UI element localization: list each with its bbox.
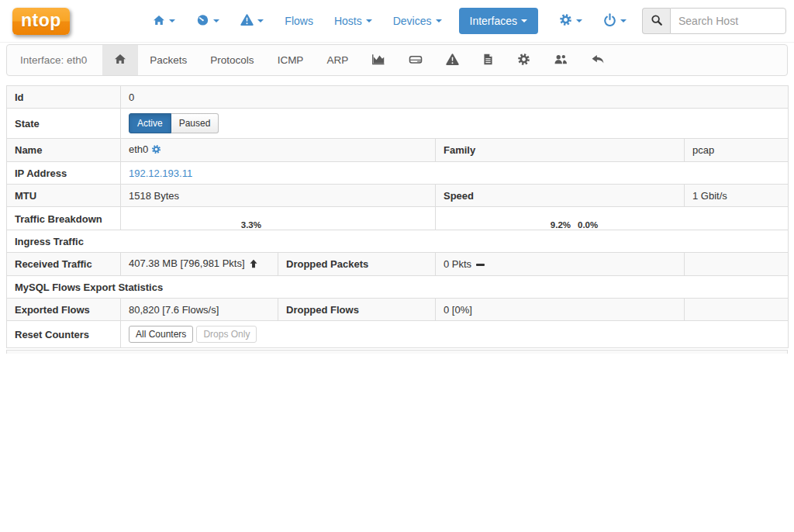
received-traffic-label: Received Traffic <box>7 253 121 276</box>
table-row: Received Traffic 407.38 MB [796,981 Pkts… <box>7 253 789 276</box>
mtu-value: 1518 Bytes <box>121 185 436 207</box>
id-value: 0 <box>121 86 789 109</box>
table-row: State Active Paused <box>7 109 789 139</box>
tab-arp-label: ARP <box>326 54 348 66</box>
caret-down-icon <box>257 19 264 22</box>
caret-down-icon <box>576 19 582 22</box>
state-paused-button[interactable]: Paused <box>171 113 219 133</box>
traffic-breakdown-label: Traffic Breakdown <box>7 207 121 230</box>
tab-icmp-label: ICMP <box>278 54 304 66</box>
tab-charts[interactable] <box>360 45 397 75</box>
table-row: Exported Flows 80,820 [7.6 Flows/s] Drop… <box>7 299 789 321</box>
pie-pct: 3.3% <box>240 220 261 230</box>
dashboard-menu[interactable] <box>196 13 219 29</box>
pie-label-other: 3.3%Other <box>240 220 261 230</box>
family-value: pcap <box>685 139 789 162</box>
tab-report[interactable] <box>471 45 506 75</box>
caret-down-icon <box>169 19 175 22</box>
settings-menu[interactable] <box>559 13 582 29</box>
configure-gear-icon[interactable] <box>151 145 161 157</box>
received-traffic-value: 407.38 MB [796,981 Pkts] <box>129 257 245 269</box>
speed-label: Speed <box>436 185 685 207</box>
tab-protocols-label: Protocols <box>210 54 254 66</box>
warning-icon <box>240 13 254 29</box>
hosts-menu[interactable]: Hosts <box>334 15 372 27</box>
caret-down-icon <box>213 19 219 22</box>
reset-all-counters-button[interactable]: All Counters <box>129 326 193 343</box>
caret-down-icon <box>521 19 527 22</box>
toolbar-brand: Interface: eth0 <box>7 54 102 66</box>
tab-users[interactable] <box>542 45 579 75</box>
home-icon <box>114 53 126 67</box>
ip-address-link[interactable]: 192.12.193.11 <box>129 168 192 179</box>
gear-icon <box>517 53 530 68</box>
empty-cell <box>685 253 789 276</box>
reset-drops-only-button[interactable]: Drops Only <box>196 326 257 343</box>
tab-packets-label: Packets <box>150 54 187 66</box>
speed-value: 1 Gbit/s <box>685 185 789 207</box>
search-button[interactable] <box>642 8 670 34</box>
state-active-button[interactable]: Active <box>129 113 171 133</box>
ip-address-label: IP Address <box>7 162 121 185</box>
reply-arrow-icon <box>591 53 605 68</box>
id-label: Id <box>7 86 121 109</box>
reset-counters-label: Reset Counters <box>7 321 121 348</box>
name-value: eth0 <box>129 143 148 155</box>
warning-icon <box>446 53 459 68</box>
flows-link[interactable]: Flows <box>285 15 313 27</box>
tab-arp[interactable]: ARP <box>315 45 360 75</box>
table-row: Reset Counters All CountersDrops Only <box>7 321 789 348</box>
tab-protocols[interactable]: Protocols <box>198 45 265 75</box>
mysql-export-header: MySQL Flows Export Statistics <box>7 276 789 299</box>
tab-alerts[interactable] <box>434 45 471 75</box>
top-navbar: ntop Flows Hosts Devices Interfaces <box>0 0 794 43</box>
traffic-breakdown-chart-protocols: 9.2%ARP 0.0%Other 46.3%IPv4 44.4%IPv6 <box>436 207 789 230</box>
tab-home[interactable] <box>102 45 138 75</box>
state-label: State <box>7 109 121 139</box>
mtu-label: MTU <box>7 185 121 207</box>
devices-menu[interactable]: Devices <box>393 15 442 27</box>
interfaces-menu[interactable]: Interfaces <box>459 8 538 34</box>
trend-stable-icon <box>476 264 485 266</box>
file-text-icon <box>482 53 494 68</box>
dropped-packets-label: Dropped Packets <box>278 253 436 276</box>
dropped-flows-label: Dropped Flows <box>278 299 436 321</box>
hosts-label: Hosts <box>334 15 362 27</box>
interface-toolbar: Interface: eth0 Packets Protocols ICMP A… <box>6 44 788 76</box>
exported-flows-value: 80,820 [7.6 Flows/s] <box>121 299 278 321</box>
ingress-traffic-header: Ingress Traffic <box>7 230 789 253</box>
search-icon <box>651 14 663 29</box>
table-row: Ingress Traffic <box>7 230 789 253</box>
search-input[interactable] <box>670 8 786 34</box>
exported-flows-label: Exported Flows <box>7 299 121 321</box>
tab-settings[interactable] <box>506 45 542 75</box>
power-icon <box>603 13 616 29</box>
power-menu[interactable] <box>603 13 627 29</box>
home-icon <box>153 14 165 29</box>
alerts-menu[interactable] <box>240 13 264 29</box>
gear-icon <box>559 13 572 29</box>
tab-icmp[interactable]: ICMP <box>266 45 316 75</box>
flows-label: Flows <box>285 15 313 27</box>
pie-pct: 9.2% <box>551 220 571 230</box>
ntop-logo[interactable]: ntop <box>12 8 70 35</box>
area-chart-icon <box>371 53 385 68</box>
hdd-icon <box>409 53 423 68</box>
state-toggle: Active Paused <box>129 113 219 133</box>
traffic-breakdown-chart-local-remote: 3.3%Other 19.2%Local->Remote 77.5%Remote… <box>121 207 436 230</box>
tab-packets[interactable]: Packets <box>138 45 198 75</box>
back-button[interactable] <box>579 45 616 75</box>
traffic-breakdown-row: Traffic Breakdown 3.3%Other 19.2%Local->… <box>7 207 789 230</box>
home-menu[interactable] <box>153 14 175 29</box>
users-icon <box>554 53 568 68</box>
family-label: Family <box>436 139 685 162</box>
next-section-edge <box>6 350 788 354</box>
table-row: Name eth0 Family pcap <box>7 139 789 162</box>
caret-down-icon <box>366 19 372 22</box>
pie-label-other: 0.0%Other <box>578 220 599 230</box>
main-nav: Flows Hosts Devices Interfaces <box>132 8 786 34</box>
pie-pct: 0.0% <box>578 220 599 230</box>
empty-cell <box>685 299 789 321</box>
tab-storage[interactable] <box>397 45 434 75</box>
dropped-flows-value: 0 [0%] <box>436 299 685 321</box>
